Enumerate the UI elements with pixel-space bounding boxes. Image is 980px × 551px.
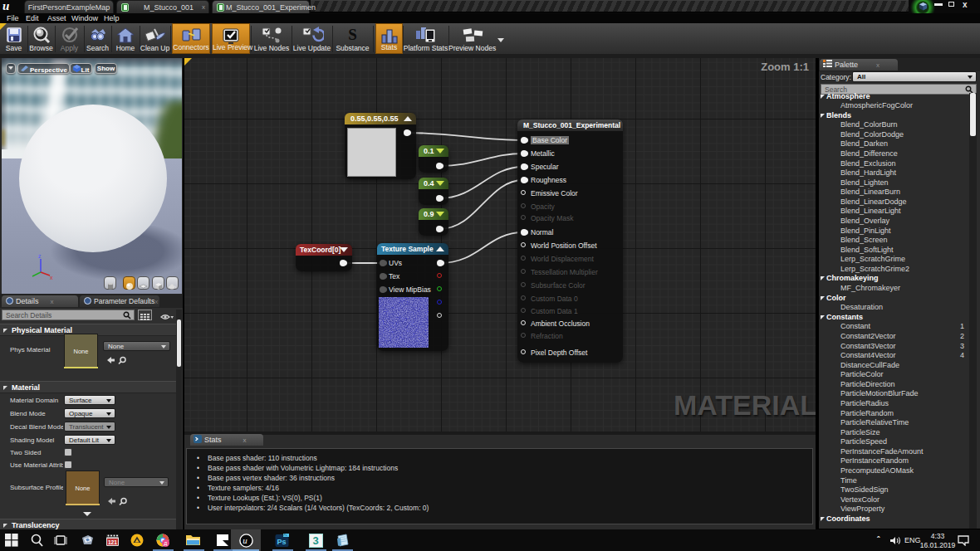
svg-text:z: z [38, 254, 42, 259]
svg-text:u: u [243, 535, 247, 545]
svg-text:Д: Д [164, 541, 167, 546]
svg-text:3: 3 [313, 534, 319, 547]
svg-text:121: 121 [108, 539, 117, 545]
svg-text:Ps: Ps [277, 538, 287, 546]
svg-text:x: x [50, 275, 53, 280]
svg-text:Ps: Ps [284, 534, 287, 537]
